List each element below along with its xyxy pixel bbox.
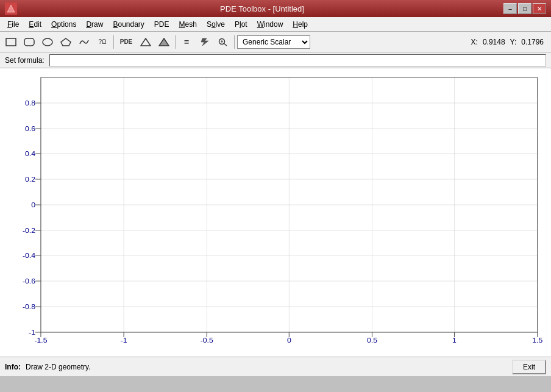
maximize-button[interactable]: □ [518, 3, 531, 14]
main-area: 0.8 0.6 0.4 0.2 0 -0.2 -0.4 -0.6 -0.8 -1… [0, 68, 551, 357]
svg-text:-1.5: -1.5 [34, 337, 47, 344]
menu-window[interactable]: Window [252, 17, 288, 31]
minimize-button[interactable]: – [503, 3, 517, 14]
svg-text:0.8: 0.8 [25, 99, 35, 107]
svg-text:0: 0 [287, 337, 291, 344]
svg-text:-0.5: -0.5 [201, 337, 213, 344]
title-bar: PDE Toolbox - [Untitled] – □ ✕ [0, 0, 551, 17]
close-button[interactable]: ✕ [533, 3, 546, 14]
menu-edit[interactable]: Edit [24, 17, 46, 31]
svg-point-3 [43, 38, 52, 46]
equation-type-dropdown[interactable]: Generic Scalar Generic System Classical … [237, 35, 310, 49]
svg-text:0: 0 [31, 201, 35, 208]
formula-input[interactable] [49, 54, 546, 66]
plot-area[interactable]: 0.8 0.6 0.4 0.2 0 -0.2 -0.4 -0.6 -0.8 -1… [0, 68, 551, 357]
svg-text:1.5: 1.5 [532, 337, 542, 344]
svg-text:-1: -1 [121, 337, 127, 344]
formula-bar: Set formula: [0, 52, 551, 68]
svg-marker-0 [7, 5, 15, 12]
toolbar-separator-1 [113, 35, 114, 49]
svg-marker-6 [159, 38, 169, 46]
toolbar-separator-2 [175, 35, 176, 49]
special-tool-button[interactable]: ?Ω [94, 34, 111, 50]
menu-plot[interactable]: Plot [230, 17, 252, 31]
svg-text:-0.8: -0.8 [23, 303, 35, 310]
rounded-rect-tool-button[interactable] [21, 34, 38, 50]
menu-pde[interactable]: PDE [149, 17, 174, 31]
title-text: PDE Toolbox - [Untitled] [21, 4, 503, 13]
svg-line-8 [224, 43, 227, 46]
svg-text:0.6: 0.6 [25, 125, 35, 132]
y-coord-label: Y: [510, 38, 517, 46]
coordinate-display: X: 0.9148 Y: 0.1796 [466, 38, 549, 46]
svg-text:-1: -1 [29, 329, 35, 336]
info-label: Info: [5, 363, 21, 371]
app-logo [5, 2, 17, 15]
freehand-tool-button[interactable] [76, 34, 93, 50]
svg-text:-0.2: -0.2 [23, 227, 35, 234]
svg-rect-2 [24, 38, 34, 46]
menu-options[interactable]: Options [46, 17, 81, 31]
menu-boundary[interactable]: Boundary [108, 17, 149, 31]
status-bar: Info: Draw 2-D geometry. Exit [0, 357, 551, 376]
info-text: Draw 2-D geometry. [26, 363, 90, 371]
svg-text:-0.4: -0.4 [23, 252, 36, 259]
svg-text:0.5: 0.5 [367, 337, 377, 344]
svg-text:1: 1 [452, 337, 457, 344]
svg-marker-5 [141, 38, 151, 46]
svg-text:0.2: 0.2 [25, 176, 35, 183]
polygon-tool-button[interactable] [57, 34, 74, 50]
menu-bar: File Edit Options Draw Boundary PDE Mesh… [0, 17, 551, 32]
menu-file[interactable]: File [2, 17, 24, 31]
y-coord-value: 0.1796 [521, 38, 544, 46]
svg-text:-0.6: -0.6 [23, 277, 35, 285]
zoom-button[interactable] [215, 34, 232, 50]
solve-button[interactable] [196, 34, 213, 50]
menu-solve[interactable]: Solve [202, 17, 230, 31]
exit-button[interactable]: Exit [512, 360, 546, 374]
formula-label: Set formula: [5, 56, 44, 65]
toolbar: ?Ω PDE = Generic Scalar Generic System C… [0, 32, 551, 52]
svg-rect-1 [6, 38, 16, 46]
triangle-up-button[interactable] [137, 34, 154, 50]
menu-help[interactable]: Help [288, 17, 313, 31]
svg-rect-11 [0, 68, 551, 357]
equal-button[interactable]: = [178, 34, 195, 50]
ellipse-tool-button[interactable] [39, 34, 56, 50]
status-info: Info: Draw 2-D geometry. [5, 363, 90, 371]
pde-button[interactable]: PDE [116, 34, 136, 50]
svg-text:0.4: 0.4 [25, 150, 36, 157]
toolbar-separator-3 [234, 35, 235, 49]
x-coord-label: X: [471, 38, 478, 46]
svg-marker-4 [61, 38, 71, 46]
menu-draw[interactable]: Draw [81, 17, 108, 31]
menu-mesh[interactable]: Mesh [174, 17, 202, 31]
triangle-filled-button[interactable] [155, 34, 172, 50]
x-coord-value: 0.9148 [483, 38, 505, 46]
rect-tool-button[interactable] [2, 34, 20, 50]
